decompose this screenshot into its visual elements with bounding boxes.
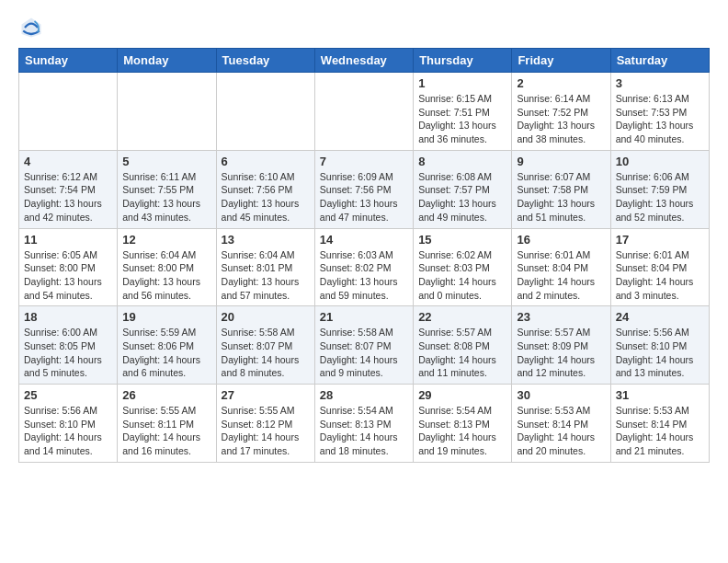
calendar-cell: 1Sunrise: 6:15 AMSunset: 7:51 PMDaylight… <box>414 73 512 151</box>
calendar-cell: 16Sunrise: 6:01 AMSunset: 8:04 PMDayligh… <box>512 228 610 306</box>
day-info: Sunrise: 5:55 AMSunset: 8:11 PMDaylight:… <box>122 404 210 458</box>
day-number: 25 <box>24 388 112 402</box>
calendar-cell: 2Sunrise: 6:14 AMSunset: 7:52 PMDaylight… <box>512 73 610 151</box>
day-header-sunday: Sunday <box>19 49 118 73</box>
calendar-cell: 17Sunrise: 6:01 AMSunset: 8:04 PMDayligh… <box>610 228 709 306</box>
calendar-week-1: 1Sunrise: 6:15 AMSunset: 7:51 PMDaylight… <box>19 73 710 151</box>
day-number: 17 <box>616 233 704 247</box>
day-info: Sunrise: 5:58 AMSunset: 8:07 PMDaylight:… <box>222 326 310 380</box>
calendar-cell: 8Sunrise: 6:08 AMSunset: 7:57 PMDaylight… <box>414 150 512 228</box>
calendar-cell: 4Sunrise: 6:12 AMSunset: 7:54 PMDaylight… <box>19 150 118 228</box>
day-header-saturday: Saturday <box>610 49 709 73</box>
day-header-wednesday: Wednesday <box>314 49 413 73</box>
day-number: 26 <box>122 388 210 402</box>
calendar-cell: 29Sunrise: 5:54 AMSunset: 8:13 PMDayligh… <box>414 385 512 463</box>
day-number: 21 <box>320 310 408 324</box>
calendar-cell: 30Sunrise: 5:53 AMSunset: 8:14 PMDayligh… <box>512 385 610 463</box>
day-number: 7 <box>320 155 408 168</box>
calendar-cell <box>118 73 216 151</box>
day-info: Sunrise: 5:53 AMSunset: 8:14 PMDaylight:… <box>616 404 704 458</box>
day-number: 4 <box>24 155 112 168</box>
calendar-cell: 24Sunrise: 5:56 AMSunset: 8:10 PMDayligh… <box>610 306 709 385</box>
calendar-week-5: 25Sunrise: 5:56 AMSunset: 8:10 PMDayligh… <box>19 385 710 463</box>
day-number: 22 <box>418 310 506 324</box>
day-info: Sunrise: 6:11 AMSunset: 7:55 PMDaylight:… <box>122 170 210 224</box>
day-number: 15 <box>418 233 506 247</box>
day-info: Sunrise: 6:01 AMSunset: 8:04 PMDaylight:… <box>616 248 704 303</box>
day-number: 24 <box>616 310 704 324</box>
calendar-cell: 18Sunrise: 6:00 AMSunset: 8:05 PMDayligh… <box>19 306 118 385</box>
calendar-cell: 5Sunrise: 6:11 AMSunset: 7:55 PMDaylight… <box>118 150 216 228</box>
day-info: Sunrise: 5:54 AMSunset: 8:13 PMDaylight:… <box>418 404 506 458</box>
day-info: Sunrise: 6:02 AMSunset: 8:03 PMDaylight:… <box>418 248 506 303</box>
day-info: Sunrise: 5:59 AMSunset: 8:06 PMDaylight:… <box>122 326 210 380</box>
day-info: Sunrise: 5:56 AMSunset: 8:10 PMDaylight:… <box>616 326 704 380</box>
calendar-cell: 15Sunrise: 6:02 AMSunset: 8:03 PMDayligh… <box>414 228 512 306</box>
day-info: Sunrise: 6:01 AMSunset: 8:04 PMDaylight:… <box>517 248 605 303</box>
calendar-week-3: 11Sunrise: 6:05 AMSunset: 8:00 PMDayligh… <box>19 228 710 306</box>
calendar-cell: 11Sunrise: 6:05 AMSunset: 8:00 PMDayligh… <box>19 228 118 306</box>
calendar-cell: 6Sunrise: 6:10 AMSunset: 7:56 PMDaylight… <box>216 150 314 228</box>
calendar-week-2: 4Sunrise: 6:12 AMSunset: 7:54 PMDaylight… <box>19 150 710 228</box>
day-number: 31 <box>616 388 704 402</box>
day-number: 20 <box>222 310 310 324</box>
logo <box>18 15 48 40</box>
calendar-cell: 22Sunrise: 5:57 AMSunset: 8:08 PMDayligh… <box>414 306 512 385</box>
day-info: Sunrise: 6:06 AMSunset: 7:59 PMDaylight:… <box>616 170 704 224</box>
calendar-cell: 10Sunrise: 6:06 AMSunset: 7:59 PMDayligh… <box>610 150 709 228</box>
day-info: Sunrise: 6:15 AMSunset: 7:51 PMDaylight:… <box>418 92 506 146</box>
day-number: 14 <box>320 233 408 247</box>
calendar-cell <box>314 73 413 151</box>
day-number: 30 <box>517 388 605 402</box>
day-info: Sunrise: 6:05 AMSunset: 8:00 PMDaylight:… <box>24 248 112 303</box>
day-info: Sunrise: 6:10 AMSunset: 7:56 PMDaylight:… <box>222 170 310 224</box>
calendar-cell <box>216 73 314 151</box>
day-number: 27 <box>222 388 310 402</box>
day-info: Sunrise: 6:03 AMSunset: 8:02 PMDaylight:… <box>320 248 408 303</box>
calendar-cell: 21Sunrise: 5:58 AMSunset: 8:07 PMDayligh… <box>314 306 413 385</box>
calendar-cell: 31Sunrise: 5:53 AMSunset: 8:14 PMDayligh… <box>610 385 709 463</box>
calendar-cell: 25Sunrise: 5:56 AMSunset: 8:10 PMDayligh… <box>19 385 118 463</box>
calendar-cell: 28Sunrise: 5:54 AMSunset: 8:13 PMDayligh… <box>314 385 413 463</box>
day-info: Sunrise: 6:13 AMSunset: 7:53 PMDaylight:… <box>616 92 704 146</box>
calendar-cell: 27Sunrise: 5:55 AMSunset: 8:12 PMDayligh… <box>216 385 314 463</box>
day-number: 12 <box>122 233 210 247</box>
calendar-cell: 23Sunrise: 5:57 AMSunset: 8:09 PMDayligh… <box>512 306 610 385</box>
day-info: Sunrise: 5:56 AMSunset: 8:10 PMDaylight:… <box>24 404 112 458</box>
day-number: 6 <box>222 155 310 168</box>
day-number: 8 <box>418 155 506 168</box>
day-info: Sunrise: 5:57 AMSunset: 8:08 PMDaylight:… <box>418 326 506 380</box>
day-info: Sunrise: 6:12 AMSunset: 7:54 PMDaylight:… <box>24 170 112 224</box>
day-header-monday: Monday <box>118 49 216 73</box>
day-number: 28 <box>320 388 408 402</box>
calendar-cell: 26Sunrise: 5:55 AMSunset: 8:11 PMDayligh… <box>118 385 216 463</box>
calendar-cell: 9Sunrise: 6:07 AMSunset: 7:58 PMDaylight… <box>512 150 610 228</box>
day-number: 11 <box>24 233 112 247</box>
calendar-week-4: 18Sunrise: 6:00 AMSunset: 8:05 PMDayligh… <box>19 306 710 385</box>
day-number: 2 <box>517 76 605 90</box>
day-number: 18 <box>24 310 112 324</box>
page-header <box>18 15 710 40</box>
day-header-friday: Friday <box>512 49 610 73</box>
day-info: Sunrise: 6:04 AMSunset: 8:00 PMDaylight:… <box>122 248 210 303</box>
logo-icon <box>18 15 44 40</box>
day-number: 13 <box>222 233 310 247</box>
day-info: Sunrise: 6:00 AMSunset: 8:05 PMDaylight:… <box>24 326 112 380</box>
calendar-table: SundayMondayTuesdayWednesdayThursdayFrid… <box>18 48 710 463</box>
day-info: Sunrise: 6:04 AMSunset: 8:01 PMDaylight:… <box>222 248 310 303</box>
day-number: 16 <box>517 233 605 247</box>
day-info: Sunrise: 6:09 AMSunset: 7:56 PMDaylight:… <box>320 170 408 224</box>
day-number: 9 <box>517 155 605 168</box>
day-info: Sunrise: 5:54 AMSunset: 8:13 PMDaylight:… <box>320 404 408 458</box>
day-info: Sunrise: 6:14 AMSunset: 7:52 PMDaylight:… <box>517 92 605 146</box>
calendar-cell <box>19 73 118 151</box>
day-number: 3 <box>616 76 704 90</box>
day-header-thursday: Thursday <box>414 49 512 73</box>
calendar-cell: 20Sunrise: 5:58 AMSunset: 8:07 PMDayligh… <box>216 306 314 385</box>
day-number: 23 <box>517 310 605 324</box>
day-number: 10 <box>616 155 704 168</box>
day-info: Sunrise: 5:58 AMSunset: 8:07 PMDaylight:… <box>320 326 408 380</box>
day-info: Sunrise: 6:08 AMSunset: 7:57 PMDaylight:… <box>418 170 506 224</box>
calendar-header-row: SundayMondayTuesdayWednesdayThursdayFrid… <box>19 49 710 73</box>
day-number: 5 <box>122 155 210 168</box>
